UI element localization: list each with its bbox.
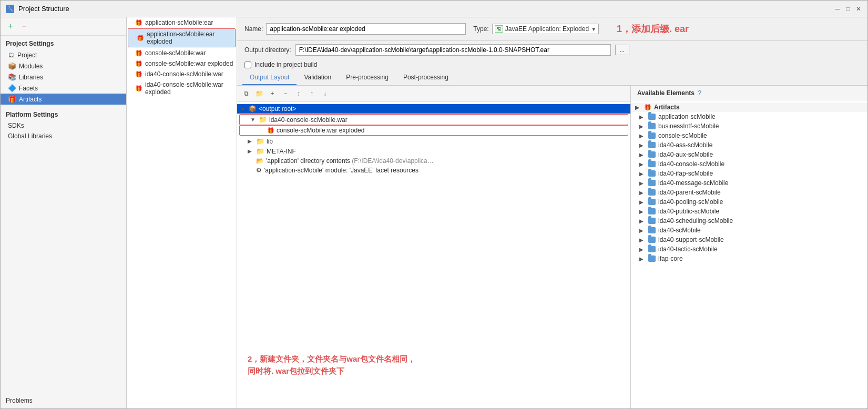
app-scMobile-arrow: ▶ — [639, 114, 646, 120]
project-settings-label: Project Settings — [1, 36, 126, 49]
tab-post-processing[interactable]: Post-processing — [396, 70, 456, 85]
close-button[interactable]: ✕ — [855, 5, 862, 13]
move-up-button[interactable]: ↑ — [306, 88, 318, 99]
new-directory-button[interactable]: 📁 — [253, 88, 265, 99]
avail-item-ida40-scMobile[interactable]: ▶ ida40-scMobile — [631, 226, 867, 235]
ida40-tactic-arrow: ▶ — [639, 247, 646, 252]
ida40-scheduling-arrow: ▶ — [639, 218, 646, 224]
avail-item-console-scMobile[interactable]: ▶ console-scMobile — [631, 131, 867, 140]
sidebar-item-artifacts[interactable]: 🎁 Artifacts — [1, 94, 126, 105]
ida40-console-folder-icon — [648, 161, 656, 167]
move-down-button[interactable]: ↓ — [319, 88, 331, 99]
tab-validation[interactable]: Validation — [297, 70, 339, 85]
add-artifact-button[interactable]: + — [5, 21, 16, 32]
ida40-support-arrow: ▶ — [639, 237, 646, 243]
tree-item-output-root[interactable]: 📦 <output root> — [237, 104, 630, 114]
avail-item-ida40-support[interactable]: ▶ ida40-support-scMobile — [631, 235, 867, 244]
ida40-aux-label: ida40-aux-scMobile — [658, 151, 713, 158]
tree-item-console-war-exploded[interactable]: 🎁 console-scMobile:war exploded — [239, 125, 628, 136]
ifap-core-folder-icon — [648, 255, 656, 262]
artifact-list-item-war1[interactable]: 🎁 console-scMobile:war — [127, 48, 237, 58]
name-input[interactable] — [266, 23, 466, 35]
avail-item-ida40-public[interactable]: ▶ ida40-public-scMobile — [631, 207, 867, 216]
type-select[interactable]: 🏗 JavaEE Application: Exploded ▼ — [492, 24, 599, 34]
ida40-message-folder-icon — [648, 180, 656, 186]
output-dir-row: Output directory: ... — [237, 41, 867, 59]
config-panel: Name: Type: 🏗 JavaEE Application: Explod… — [237, 17, 867, 408]
ida40-ass-label: ida40-ass-scMobile — [658, 141, 712, 149]
avail-item-ida40-ass[interactable]: ▶ ida40-ass-scMobile — [631, 140, 867, 150]
artifacts-icon: 🎁 — [8, 95, 16, 103]
sidebar-item-libraries[interactable]: 📚 Libraries — [1, 71, 126, 83]
tree-item-lib[interactable]: 📁 lib — [237, 136, 630, 146]
artifacts-header-label: Artifacts — [654, 104, 680, 111]
available-title: Available Elements — [637, 89, 695, 97]
sort-button[interactable]: ↕ — [293, 88, 304, 99]
avail-item-ida40-parent[interactable]: ▶ ida40-parent-scMobile — [631, 188, 867, 197]
tree-item-meta-inf[interactable]: 📁 META-INF — [237, 146, 630, 156]
sidebar-item-facets[interactable]: 🔷 Facets — [1, 83, 126, 94]
avail-item-ida40-tactic[interactable]: ▶ ida40-tactic-scMobile — [631, 244, 867, 254]
output-toolbar: ⧉ 📁 + − ↕ ↑ ↓ — [237, 86, 630, 102]
sidebar-item-problems[interactable]: Problems — [1, 393, 126, 408]
ida40-ifap-arrow: ▶ — [639, 171, 646, 177]
avail-item-ifap-core[interactable]: ▶ ifap-core — [631, 254, 867, 263]
output-dir-label: Output directory: — [244, 46, 291, 54]
avail-item-ida40-scheduling[interactable]: ▶ ida40-scheduling-scMobile — [631, 216, 867, 226]
available-elements-panel: Available Elements ? 🎁 Artifacts ▶ — [631, 86, 867, 408]
artifact-ear2-icon: 🎁 — [137, 34, 144, 42]
minimize-button[interactable]: ─ — [834, 5, 841, 13]
ida40-parent-label: ida40-parent-scMobile — [658, 189, 721, 196]
sidebar-item-modules[interactable]: 📦 Modules — [1, 60, 126, 71]
tree-item-app-dir[interactable]: 📂 'application' directory contents (F:\I… — [237, 156, 630, 166]
include-in-build-checkbox[interactable] — [244, 62, 251, 68]
meta-inf-label: META-INF — [267, 148, 296, 155]
ida40-ifap-label: ida40-ifap-scMobile — [658, 170, 713, 177]
avail-item-ida40-ifap[interactable]: ▶ ida40-ifap-scMobile — [631, 169, 867, 178]
artifact-war4-icon: 🎁 — [135, 85, 142, 92]
avail-item-artifacts-header[interactable]: 🎁 Artifacts — [631, 103, 867, 112]
avail-item-businessIntf-scMobile[interactable]: ▶ businessIntf-scMobile — [631, 121, 867, 131]
tree-item-app-module[interactable]: ⚙ 'application-scMobile' module: 'JavaEE… — [237, 166, 630, 175]
ida40-tactic-folder-icon — [648, 246, 656, 252]
sidebar-item-sdks[interactable]: SDKs — [1, 120, 126, 131]
output-dir-input[interactable] — [295, 44, 611, 56]
sidebar-item-project[interactable]: 🗂 Project — [1, 49, 126, 60]
type-dropdown-arrow: ▼ — [591, 26, 596, 32]
sidebar-item-global-libraries[interactable]: Global Libraries — [1, 131, 126, 141]
copy-button[interactable]: ⧉ — [240, 88, 252, 99]
remove-artifact-button[interactable]: − — [18, 21, 30, 32]
ida40-scMobile-arrow: ▶ — [639, 228, 646, 233]
meta-inf-icon: 📁 — [256, 147, 264, 155]
artifact-list-item-war4[interactable]: 🎁 ida40-console-scMobile:war exploded — [127, 79, 237, 97]
artifact-list-item-ear2[interactable]: 🎁 application-scMobile:ear exploded — [128, 28, 236, 47]
artifact-list-item-war2[interactable]: 🎁 console-scMobile:war exploded — [127, 58, 237, 69]
artifact-list-item-ear1[interactable]: 🎁 application-scMobile:ear — [127, 17, 237, 28]
output-root-icon: 📦 — [249, 105, 257, 113]
avail-item-ida40-console[interactable]: ▶ ida40-console-scMobile — [631, 159, 867, 169]
avail-item-ida40-message[interactable]: ▶ ida40-message-scMobile — [631, 178, 867, 188]
browse-button[interactable]: ... — [615, 45, 629, 55]
remove-button[interactable]: − — [280, 88, 291, 99]
artifact-war1-icon: 🎁 — [135, 49, 142, 57]
console-label: console-scMobile — [658, 132, 707, 139]
output-layout-area: ⧉ 📁 + − ↕ ↑ ↓ 📦 <output — [237, 86, 631, 408]
artifact-list-item-war3[interactable]: 🎁 ida40-console-scMobile:war — [127, 69, 237, 79]
sidebar-item-modules-label: Modules — [19, 63, 43, 70]
war-folder-icon: 📁 — [259, 116, 267, 124]
ida40-message-label: ida40-message-scMobile — [658, 179, 728, 187]
tab-pre-processing[interactable]: Pre-processing — [339, 70, 396, 85]
tab-output-layout[interactable]: Output Layout — [242, 70, 297, 85]
businessIntf-label: businessIntf-scMobile — [658, 122, 719, 130]
output-root-arrow — [240, 106, 247, 112]
add-button[interactable]: + — [267, 88, 278, 99]
help-icon[interactable]: ? — [698, 89, 701, 97]
maximize-button[interactable]: □ — [844, 5, 852, 13]
ida40-scheduling-folder-icon — [648, 218, 656, 224]
avail-item-ida40-pooling[interactable]: ▶ ida40-pooling-scMobile — [631, 197, 867, 207]
sidebar-item-facets-label: Facets — [19, 85, 38, 92]
avail-item-ida40-aux[interactable]: ▶ ida40-aux-scMobile — [631, 150, 867, 159]
avail-item-application-scMobile[interactable]: ▶ application-scMobile — [631, 112, 867, 121]
tree-item-war-folder[interactable]: 📁 ida40-console-scMobile.war — [239, 114, 628, 125]
ida40-console-arrow: ▶ — [639, 161, 646, 167]
